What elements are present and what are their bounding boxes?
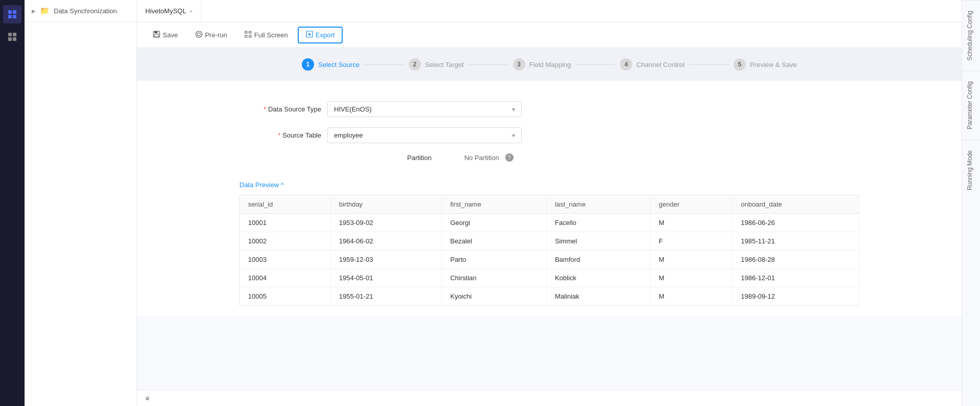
source-table-text: Source Table <box>282 131 321 139</box>
preview-table-header: serial_id birthday first_name last_name … <box>240 195 859 214</box>
sidebar-nav-icon[interactable] <box>3 28 21 46</box>
sidebar-item-parameter-config[interactable]: Parameter Config <box>962 71 980 140</box>
table-cell: 10002 <box>240 232 331 251</box>
col-birthday: birthday <box>330 195 441 214</box>
table-cell: 1986-06-26 <box>732 214 859 232</box>
nav-header[interactable]: ▶ 📁 Data Synchronization <box>25 0 137 22</box>
scheduling-config-label: Scheduling Config <box>966 11 973 60</box>
data-source-type-label: * Data Source Type <box>239 105 321 113</box>
col-first-name: first_name <box>442 195 547 214</box>
partition-row: Partition No Partition ? <box>239 153 859 162</box>
step-4: 4 Channel Control <box>620 58 684 71</box>
app-logo[interactable] <box>3 5 21 24</box>
step-2: 2 Select Target <box>409 58 464 71</box>
table-cell: 1986-12-01 <box>732 269 859 287</box>
table-cell: Simmel <box>546 232 650 251</box>
svg-point-12 <box>197 33 201 36</box>
data-source-type-text: Data Source Type <box>268 105 321 113</box>
svg-rect-0 <box>8 10 12 14</box>
right-sidebar: Scheduling Config Parameter Config Runni… <box>962 0 980 406</box>
step-connector-2 <box>468 64 509 65</box>
table-row: 100051955-01-21KyoichiMaliniakM1989-09-1… <box>240 287 859 306</box>
data-source-type-select[interactable]: HIVE(EnOS) ▾ <box>327 101 522 117</box>
svg-rect-6 <box>8 37 12 41</box>
chevron-down-icon: ▾ <box>512 106 515 113</box>
prerun-label: Pre-run <box>205 31 227 39</box>
svg-rect-14 <box>249 31 251 33</box>
table-cell: Kyoichi <box>442 287 547 306</box>
col-gender: gender <box>651 195 733 214</box>
table-cell: M <box>651 214 733 232</box>
table-cell: F <box>651 232 733 251</box>
export-label: Export <box>316 31 335 39</box>
table-cell: 10003 <box>240 251 331 269</box>
source-table-label: * Source Table <box>239 131 321 139</box>
save-icon <box>153 31 160 39</box>
table-cell: 1954-05-01 <box>330 269 441 287</box>
svg-rect-13 <box>245 31 247 33</box>
nav-arrow-icon: ▶ <box>32 8 36 14</box>
table-cell: 1985-11-21 <box>732 232 859 251</box>
prerun-icon <box>195 31 203 39</box>
save-button[interactable]: Save <box>145 27 186 43</box>
partition-label: Partition <box>407 154 432 162</box>
tab-hivetomysql[interactable]: HivetoMySQL × <box>137 0 202 22</box>
svg-rect-16 <box>249 35 251 37</box>
step-connector-3 <box>575 64 616 65</box>
table-cell: Facello <box>546 214 650 232</box>
svg-rect-15 <box>245 35 247 37</box>
toolbar: Save Pre-run Full Screen <box>137 22 962 48</box>
step-3-circle: 3 <box>513 58 525 71</box>
svg-rect-5 <box>13 33 16 36</box>
help-icon[interactable]: ? <box>505 153 514 162</box>
data-preview-label: Data Preview ^ <box>239 181 284 189</box>
table-row: 100021964-06-02BezalelSimmelF1985-11-21 <box>240 232 859 251</box>
table-cell: 1964-06-02 <box>330 232 441 251</box>
step-4-circle: 4 <box>620 58 632 71</box>
fullscreen-label: Full Screen <box>254 31 288 39</box>
folder-icon: 📁 <box>40 6 50 15</box>
export-button[interactable]: Export <box>298 27 343 43</box>
tabs-bar: HivetoMySQL × <box>137 0 962 22</box>
table-cell: Chirstian <box>442 269 547 287</box>
step-connector-4 <box>688 64 729 65</box>
steps-bar: 1 Select Source 2 Select Target 3 Field … <box>137 48 962 81</box>
table-cell: 1955-01-21 <box>330 287 441 306</box>
sidebar-item-running-mode[interactable]: Running Mode <box>962 140 980 200</box>
running-mode-label: Running Mode <box>966 150 973 190</box>
col-onboard-date: onboard_date <box>732 195 859 214</box>
svg-point-11 <box>196 31 202 37</box>
preview-table: serial_id birthday first_name last_name … <box>239 195 859 306</box>
menu-icon[interactable]: ≡ <box>145 394 149 402</box>
source-table-select[interactable]: employee ▾ <box>327 127 522 143</box>
svg-rect-7 <box>13 37 16 41</box>
table-row: 100031959-12-03PartoBamfordM1986-08-28 <box>240 251 859 269</box>
bottom-bar: ≡ <box>137 390 962 406</box>
step-5-label: Preview & Save <box>750 61 797 69</box>
svg-rect-1 <box>13 10 16 14</box>
svg-rect-4 <box>8 33 12 36</box>
preview-table-body: 100011953-09-02GeorgiFacelloM1986-06-261… <box>240 214 859 306</box>
table-cell: 10005 <box>240 287 331 306</box>
step-1-circle: 1 <box>302 58 314 71</box>
step-1: 1 Select Source <box>302 58 360 71</box>
data-preview-toggle[interactable]: Data Preview ^ <box>239 177 859 195</box>
table-row: 100011953-09-02GeorgiFacelloM1986-06-26 <box>240 214 859 232</box>
form-section: * Data Source Type HIVE(EnOS) ▾ * Source… <box>137 81 962 177</box>
required-star: * <box>263 105 266 113</box>
table-cell: M <box>651 251 733 269</box>
prerun-button[interactable]: Pre-run <box>188 27 235 43</box>
table-cell: M <box>651 287 733 306</box>
step-3: 3 Field Mapping <box>513 58 571 71</box>
table-cell: Bezalel <box>442 232 547 251</box>
step-1-label: Select Source <box>318 61 360 69</box>
nav-panel: ▶ 📁 Data Synchronization <box>25 0 137 406</box>
sidebar-item-scheduling-config[interactable]: Scheduling Config <box>962 0 980 71</box>
source-table-row: * Source Table employee ▾ <box>239 127 859 143</box>
fullscreen-button[interactable]: Full Screen <box>237 27 296 43</box>
nav-data-sync-label: Data Synchronization <box>54 7 117 15</box>
parameter-config-label: Parameter Config <box>966 81 973 129</box>
table-cell: 1953-09-02 <box>330 214 441 232</box>
step-3-label: Field Mapping <box>529 61 571 69</box>
tab-close-icon[interactable]: × <box>189 8 192 14</box>
